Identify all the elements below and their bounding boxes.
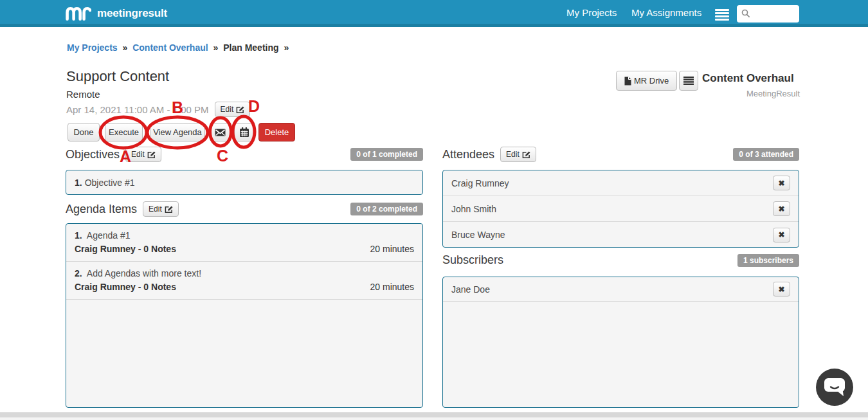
meetingresult-logo-icon	[64, 5, 91, 23]
edit-attendees-button[interactable]: Edit	[500, 147, 536, 162]
agenda-item-number: 1.	[75, 230, 82, 241]
breadcrumb-separator: »	[211, 42, 221, 53]
project-name: Content Overhaul	[702, 72, 800, 85]
brand-home-link[interactable]: meetingresult	[64, 0, 167, 27]
nav-my-assignments[interactable]: My Assignments	[631, 0, 701, 27]
attendees-header: Attendees Edit 0 of 3 attended	[442, 147, 799, 162]
search-icon	[741, 9, 750, 18]
edit-objectives-button[interactable]: Edit	[125, 147, 161, 162]
remove-attendee-button[interactable]: ✖	[773, 201, 790, 216]
attendees-panel: Craig Rumney ✖ John Smith ✖ Bruce Wayne …	[442, 170, 799, 248]
mr-drive-button[interactable]: MR Drive	[616, 71, 677, 91]
edit-meeting-label: Edit	[221, 105, 234, 114]
meeting-date-row: Apr 14, 2021 11:00 AM - 1:00 PM Edit	[66, 102, 250, 117]
chat-widget-button[interactable]	[815, 368, 854, 406]
page: meetingresult My Projects My Assignments…	[0, 0, 868, 420]
edit-meeting-button[interactable]: Edit	[215, 102, 251, 117]
objectives-count-badge: 0 of 1 completed	[350, 148, 423, 161]
agenda-heading: Agenda Items	[66, 203, 137, 216]
agenda-item-duration: 20 minutes	[370, 242, 414, 256]
calendar-icon	[240, 127, 249, 137]
agenda-item: 1. Agenda #1 Craig Rumney - 0 Notes 20 m…	[66, 224, 422, 262]
attendee-name: John Smith	[451, 204, 496, 214]
account-name: MeetingResult	[702, 89, 800, 98]
objectives-header: Objectives Edit 0 of 1 completed	[66, 147, 423, 162]
edit-agenda-label: Edit	[149, 205, 162, 214]
remove-attendee-button[interactable]: ✖	[773, 176, 790, 190]
subscriber-name: Jane Doe	[451, 284, 490, 295]
delete-button[interactable]: Delete	[258, 123, 295, 142]
breadcrumb-separator: »	[120, 42, 130, 53]
breadcrumb-plan-meeting: Plan Meeting	[223, 42, 278, 53]
attendees-count-badge: 0 of 3 attended	[733, 148, 799, 161]
subscribers-header: Subscribers 1 subscribers	[442, 253, 799, 267]
agenda-panel: 1. Agenda #1 Craig Rumney - 0 Notes 20 m…	[66, 223, 423, 408]
attendees-heading: Attendees	[442, 148, 494, 161]
attendee-row: Bruce Wayne ✖	[443, 222, 799, 248]
agenda-item-duration: 20 minutes	[370, 280, 414, 294]
done-button[interactable]: Done	[68, 123, 100, 142]
subscribers-count-badge: 1 subscribers	[737, 254, 799, 267]
agenda-item-owner: Craig Rumney - 0 Notes	[75, 280, 176, 294]
remove-attendee-button[interactable]: ✖	[773, 228, 790, 242]
breadcrumb-content-overhaul[interactable]: Content Overhaul	[132, 42, 208, 53]
breadcrumb: My Projects » Content Overhaul » Plan Me…	[67, 42, 291, 53]
file-icon	[624, 77, 631, 86]
agenda-count-badge: 0 of 2 completed	[350, 203, 423, 215]
project-list-button[interactable]	[679, 71, 698, 91]
subscribers-heading: Subscribers	[442, 253, 503, 267]
objective-title: Objective #1	[85, 178, 135, 188]
attendee-row: John Smith ✖	[443, 196, 799, 222]
agenda-header: Agenda Items Edit 0 of 2 completed	[66, 201, 423, 217]
chat-bubble-icon	[815, 368, 854, 406]
remove-subscriber-button[interactable]: ✖	[773, 282, 790, 297]
agenda-item-title: Agenda #1	[87, 230, 131, 241]
nav-my-projects[interactable]: My Projects	[566, 0, 617, 27]
agenda-item-owner: Craig Rumney - 0 Notes	[75, 242, 176, 256]
search-input[interactable]	[754, 6, 796, 21]
meeting-datetime: Apr 14, 2021 11:00 AM - 1:00 PM	[66, 104, 209, 115]
edit-icon	[165, 205, 173, 214]
page-title: Support Content	[66, 68, 169, 85]
objectives-heading: Objectives	[66, 148, 120, 161]
edit-attendees-label: Edit	[506, 150, 520, 159]
envelope-icon	[215, 129, 226, 136]
meeting-location: Remote	[66, 89, 100, 100]
breadcrumb-my-projects[interactable]: My Projects	[67, 42, 118, 53]
agenda-item-title: Add Agendas with more text!	[87, 268, 201, 278]
execute-button[interactable]: Execute	[105, 123, 143, 142]
view-agenda-button[interactable]: View Agenda	[150, 123, 205, 142]
breadcrumb-separator: »	[281, 42, 291, 53]
subscribers-panel: Jane Doe ✖	[442, 277, 799, 408]
email-button[interactable]	[210, 123, 230, 142]
calendar-button[interactable]	[234, 123, 254, 142]
top-navbar: meetingresult My Projects My Assignments	[0, 0, 868, 27]
objectives-panel: 1. Objective #1	[66, 170, 423, 195]
edit-objectives-label: Edit	[131, 150, 145, 159]
menu-icon[interactable]	[715, 9, 729, 19]
objective-number: 1.	[75, 178, 82, 188]
footer-divider	[0, 412, 868, 417]
agenda-item-number: 2.	[75, 268, 82, 278]
list-icon	[683, 77, 694, 85]
edit-icon	[147, 151, 156, 159]
edit-icon	[236, 105, 244, 114]
agenda-item: 2. Add Agendas with more text! Craig Rum…	[66, 262, 422, 300]
search-box	[737, 5, 799, 23]
brand-name: meetingresult	[97, 7, 167, 20]
attendee-name: Bruce Wayne	[451, 230, 505, 240]
subscriber-row: Jane Doe ✖	[443, 277, 799, 302]
attendee-row: Craig Rumney ✖	[443, 170, 799, 196]
edit-agenda-button[interactable]: Edit	[143, 201, 179, 217]
objective-item: 1. Objective #1	[66, 170, 422, 194]
edit-icon	[522, 151, 530, 159]
footer-background	[0, 417, 868, 420]
mr-drive-label: MR Drive	[634, 76, 669, 86]
attendee-name: Craig Rumney	[451, 178, 509, 188]
